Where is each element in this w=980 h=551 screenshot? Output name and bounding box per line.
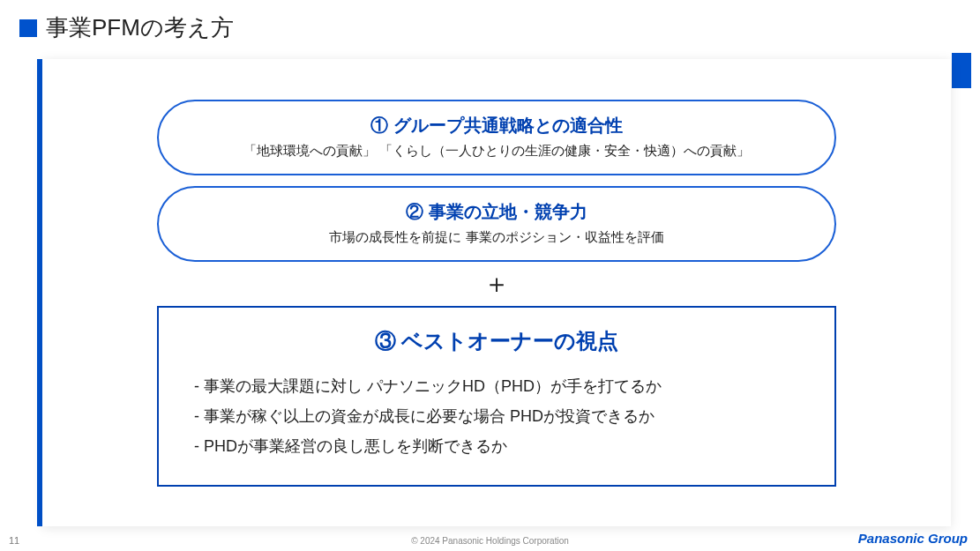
page-number: 11 (9, 535, 19, 546)
criteria-3-heading: ③ ベストオーナーの視点 (194, 327, 799, 355)
title-bullet-icon (19, 19, 37, 37)
brand-logo: Panasonic Group (858, 531, 968, 546)
list-item: 事業の最大課題に対し パナソニックHD（PHD）が手を打てるか (194, 371, 799, 401)
criteria-3-list: 事業の最大課題に対し パナソニックHD（PHD）が手を打てるか 事業が稼ぐ以上の… (194, 371, 799, 462)
slide: 事業PFMの考え方 ① グループ共通戦略との適合性 「地球環境への貢献」 「くら… (0, 0, 980, 551)
criteria-block-1: ① グループ共通戦略との適合性 「地球環境への貢献」 「くらし（一人ひとりの生涯… (157, 100, 836, 175)
content-card: ① グループ共通戦略との適合性 「地球環境への貢献」 「くらし（一人ひとりの生涯… (42, 59, 951, 526)
accent-bar-right (952, 53, 971, 88)
criteria-2-heading: ② 事業の立地・競争力 (176, 200, 817, 224)
criteria-1-heading: ① グループ共通戦略との適合性 (176, 114, 817, 138)
plus-icon: ＋ (483, 266, 510, 302)
list-item: PHDが事業経営の良し悪しを判断できるか (194, 431, 799, 461)
criteria-block-3: ③ ベストオーナーの視点 事業の最大課題に対し パナソニックHD（PHD）が手を… (157, 306, 836, 487)
criteria-1-sub: 「地球環境への貢献」 「くらし（一人ひとりの生涯の健康・安全・快適）への貢献」 (176, 143, 817, 160)
title-row: 事業PFMの考え方 (19, 12, 234, 43)
page-title: 事業PFMの考え方 (46, 12, 234, 43)
criteria-block-2: ② 事業の立地・競争力 市場の成長性を前提に 事業のポジション・収益性を評価 (157, 186, 836, 262)
criteria-2-sub: 市場の成長性を前提に 事業のポジション・収益性を評価 (176, 229, 817, 246)
copyright: © 2024 Panasonic Holdings Corporation (411, 536, 569, 546)
list-item: 事業が稼ぐ以上の資金が成長に必要な場合 PHDが投資できるか (194, 401, 799, 431)
